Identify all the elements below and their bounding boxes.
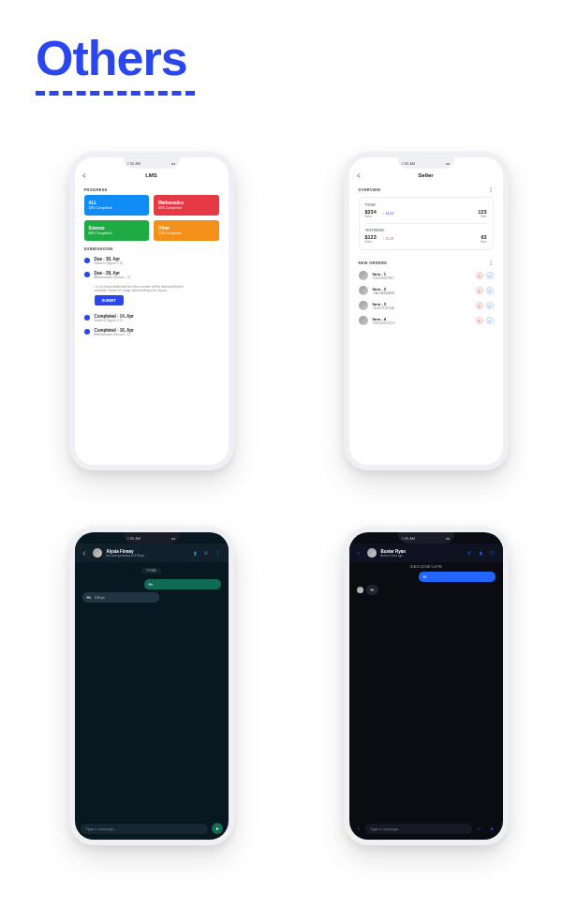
card-all[interactable]: ALL58% Completed — [84, 195, 150, 216]
completed-item[interactable]: Completed - 14, AprScience (figure 2.2) — [75, 311, 229, 325]
statusbar: 2:36 AM●● — [398, 532, 454, 544]
order-row[interactable]: Item - 4#9SD1DSCS22X✕✓ — [349, 313, 503, 328]
overview-today: TODAY $234Sales ↑ 14.54 123Units YESTERD… — [359, 197, 494, 250]
back-icon[interactable] — [357, 550, 362, 556]
accept-icon[interactable]: ✓ — [486, 272, 494, 279]
accept-icon[interactable]: ✓ — [486, 302, 494, 309]
header-title: Seller — [368, 172, 484, 178]
overview-label: OVERVIEW — [349, 182, 488, 195]
avatar — [359, 301, 368, 310]
phone-lms: 2:36 AM●● LMS PROGRESS ALL58% Completed … — [69, 152, 234, 470]
message-input[interactable]: Type a message... — [365, 824, 472, 834]
back-icon[interactable] — [82, 172, 88, 178]
submission-item[interactable]: Due - 30, AprScience (figure 2.3) — [75, 254, 229, 268]
delta-up: ↑ 14.54 — [380, 211, 396, 216]
submission-item[interactable]: Due - 28, AprMathematics (lesson - 2) — [75, 268, 229, 282]
avatar[interactable] — [367, 548, 377, 558]
phone-chat-msn: 2:36 AM●● Buster RyanActive 4 hour ago ✆… — [344, 527, 509, 845]
submission-note: - It is a long established fact that a r… — [75, 282, 197, 295]
emoji-icon[interactable]: ☺ — [476, 826, 482, 832]
send-icon[interactable]: ➤ — [212, 823, 223, 834]
message-input[interactable]: Type a message... — [81, 824, 208, 834]
msg-out[interactable]: Hi — [419, 572, 496, 582]
phone-seller: 2:36 AM●● Seller OVERVIEW⋮ TODAY $234Sal… — [344, 152, 509, 470]
msg-out[interactable]: Hii — [144, 579, 221, 589]
phone-chat-wa: 2:36 AM●● Alysia Finneylast seen yesterd… — [69, 527, 234, 845]
avatar — [359, 316, 368, 325]
send-icon[interactable]: ➤ — [486, 823, 497, 834]
check-icon — [84, 329, 90, 335]
reject-icon[interactable]: ✕ — [476, 272, 483, 279]
avatar — [359, 271, 368, 280]
more-icon[interactable]: ⋮ — [488, 259, 494, 264]
timestamp: 16 AUG 2020 AT 9:44 PM — [349, 565, 503, 569]
seller-header: Seller — [349, 169, 503, 182]
orders-label: NEW ORDERS — [349, 255, 488, 268]
msg-in[interactable]: Hi — [366, 585, 379, 595]
order-row[interactable]: Item - 3#31D221XZX6A✕✓ — [349, 298, 503, 313]
card-other[interactable]: Other51% Completed — [154, 220, 219, 241]
progress-label: PROGRESS — [75, 182, 229, 195]
delta-down: ↓ 25.29 — [380, 236, 396, 242]
order-row[interactable]: Item - 2#4AS1A3S6ASB✕✓ — [349, 283, 503, 298]
video-icon[interactable]: ▮ — [192, 550, 199, 557]
statusbar: 2:36 AM●● — [124, 532, 180, 544]
accept-icon[interactable]: ✓ — [486, 317, 494, 324]
avatar — [357, 587, 363, 593]
more-icon[interactable]: ⋮ — [488, 186, 494, 191]
statusbar: 2:36 AM●● — [124, 157, 180, 169]
statusbar: 2:36 AM●● — [398, 157, 454, 169]
avatar — [359, 286, 368, 295]
call-icon[interactable]: ✆ — [466, 550, 473, 557]
info-icon[interactable]: ⓘ — [489, 550, 496, 557]
card-science[interactable]: Science68% Completed — [84, 220, 150, 241]
reject-icon[interactable]: ✕ — [476, 302, 483, 309]
submissions-label: SUBMISSIONS — [75, 241, 229, 254]
completed-item[interactable]: Completed - 16, AprMathematics (lesson -… — [75, 325, 229, 339]
composer: ＋ Type a message... ☺ ➤ — [355, 823, 497, 834]
order-row[interactable]: Item - 1#5SD234S2SF2✕✓ — [349, 268, 503, 283]
card-math[interactable]: Mathematics65% Completed — [154, 195, 219, 216]
avatar[interactable] — [93, 548, 102, 558]
check-icon — [84, 315, 90, 320]
chat-header: Alysia Finneylast seen yesterday at 9:09… — [75, 544, 229, 562]
call-icon[interactable]: ✆ — [203, 550, 210, 557]
chat-header: Buster RyanActive 4 hour ago ✆ ▮ ⓘ — [349, 544, 503, 562]
reject-icon[interactable]: ✕ — [476, 317, 483, 324]
more-icon[interactable]: ⋮ — [215, 550, 221, 557]
msg-in[interactable]: Hii8:40 pm — [82, 592, 159, 603]
back-icon[interactable] — [82, 550, 88, 556]
video-icon[interactable]: ▮ — [478, 550, 484, 557]
page-title: Others — [0, 0, 577, 86]
add-icon[interactable]: ＋ — [355, 826, 362, 832]
day-chip: TODAY — [141, 568, 162, 574]
header-title: LMS — [94, 172, 210, 178]
submit-button[interactable]: SUBMIT — [95, 295, 124, 306]
lms-header: LMS — [75, 169, 229, 182]
back-icon[interactable] — [357, 172, 362, 178]
accept-icon[interactable]: ✓ — [486, 287, 494, 294]
composer: Type a message... ➤ — [81, 823, 223, 834]
mock-grid: 2:36 AM●● LMS PROGRESS ALL58% Completed … — [0, 96, 577, 883]
reject-icon[interactable]: ✕ — [476, 287, 483, 294]
